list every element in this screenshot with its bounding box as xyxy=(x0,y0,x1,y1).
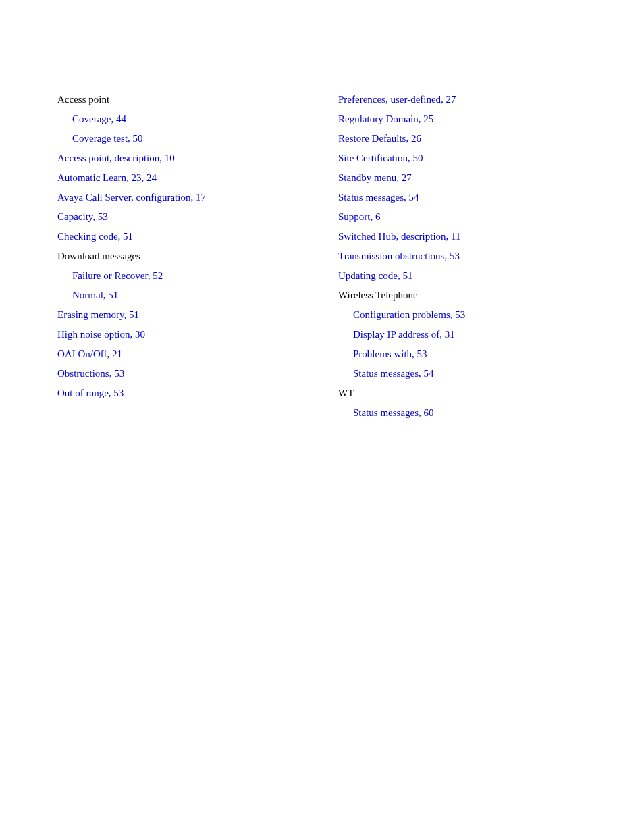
index-link-entry[interactable]: Out of range, 53 xyxy=(57,386,306,400)
index-heading-entry: Access point xyxy=(57,93,306,107)
index-link-entry[interactable]: Display IP address of, 31 xyxy=(338,328,587,342)
index-link-entry[interactable]: Erasing memory, 51 xyxy=(57,308,306,322)
index-link-entry[interactable]: Coverage, 44 xyxy=(57,112,306,126)
index-link-entry[interactable]: Access point, description, 10 xyxy=(57,151,306,165)
index-link-entry[interactable]: Preferences, user-defined, 27 xyxy=(338,93,587,107)
index-link-entry[interactable]: Regulatory Domain, 25 xyxy=(338,112,587,126)
left-column: Access pointCoverage, 44Coverage test, 5… xyxy=(57,93,306,425)
index-columns: Access pointCoverage, 44Coverage test, 5… xyxy=(57,93,587,425)
index-link-entry[interactable]: Status messages, 60 xyxy=(338,406,587,420)
index-link-entry[interactable]: Capacity, 53 xyxy=(57,210,306,224)
bottom-horizontal-rule xyxy=(57,793,587,793)
index-link-entry[interactable]: Automatic Learn, 23, 24 xyxy=(57,171,306,185)
index-link-entry[interactable]: Normal, 51 xyxy=(57,288,306,303)
index-link-entry[interactable]: Failure or Recover, 52 xyxy=(57,269,306,283)
index-link-entry[interactable]: Switched Hub, description, 11 xyxy=(338,230,587,244)
index-link-entry[interactable]: Transmission obstructions, 53 xyxy=(338,249,587,263)
index-heading-entry: Download messages xyxy=(57,249,306,263)
index-link-entry[interactable]: Status messages, 54 xyxy=(338,367,587,381)
index-link-entry[interactable]: Checking code, 51 xyxy=(57,230,306,244)
index-link-entry[interactable]: Site Certification, 50 xyxy=(338,151,587,165)
index-link-entry[interactable]: Standby menu, 27 xyxy=(338,171,587,185)
index-link-entry[interactable]: Obstructions, 53 xyxy=(57,367,306,381)
index-link-entry[interactable]: Configuration problems, 53 xyxy=(338,308,587,322)
top-horizontal-rule xyxy=(57,61,587,61)
index-link-entry[interactable]: Support, 6 xyxy=(338,210,587,224)
page-container: Access pointCoverage, 44Coverage test, 5… xyxy=(0,0,644,466)
index-link-entry[interactable]: Updating code, 51 xyxy=(338,269,587,283)
index-link-entry[interactable]: Avaya Call Server, configuration, 17 xyxy=(57,190,306,205)
index-link-entry[interactable]: Problems with, 53 xyxy=(338,347,587,361)
index-heading-entry: Wireless Telephone xyxy=(338,288,587,303)
index-link-entry[interactable]: High noise option, 30 xyxy=(57,328,306,342)
index-link-entry[interactable]: Restore Defaults, 26 xyxy=(338,132,587,146)
index-link-entry[interactable]: Status messages, 54 xyxy=(338,190,587,205)
index-heading-entry: WT xyxy=(338,386,587,400)
index-link-entry[interactable]: Coverage test, 50 xyxy=(57,132,306,146)
right-column: Preferences, user-defined, 27Regulatory … xyxy=(338,93,587,425)
index-link-entry[interactable]: OAI On/Off, 21 xyxy=(57,347,306,361)
